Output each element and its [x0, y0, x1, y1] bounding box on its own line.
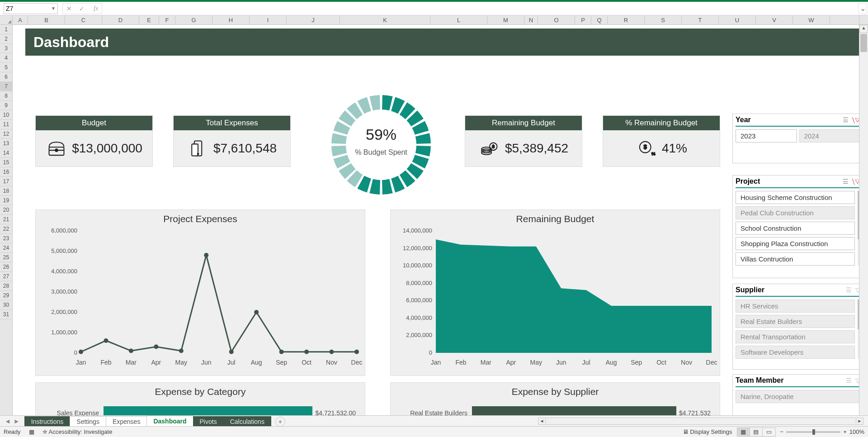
slicer-team-member[interactable]: Team Member ☰▽ Narine, Droopatie	[732, 374, 859, 417]
slicer-scrollbar[interactable]	[858, 299, 859, 359]
col-header-O[interactable]: O	[538, 15, 575, 24]
vertical-scrollbar[interactable]: ▲ ▼	[859, 25, 868, 426]
row-header-19[interactable]: 19	[0, 196, 12, 205]
slicer-supplier-item[interactable]: HR Services	[736, 299, 855, 313]
slicer-project-item[interactable]: Pedal Club Construction	[736, 206, 855, 219]
clear-filter-icon[interactable]: ⧹▽	[852, 116, 859, 124]
row-header-21[interactable]: 21	[0, 215, 12, 224]
chart-project-expenses[interactable]: Project Expenses 01,000,0002,000,0003,00…	[35, 209, 365, 376]
col-header-D[interactable]: D	[102, 15, 139, 24]
row-header-5[interactable]: 5	[0, 63, 12, 72]
clear-filter-icon[interactable]: ⧹▽	[852, 178, 859, 185]
slicer-year[interactable]: Year ☰⧹▽ 2023 2024	[732, 114, 859, 163]
row-header-30[interactable]: 30	[0, 300, 12, 310]
row-header-29[interactable]: 29	[0, 291, 12, 300]
column-header-strip[interactable]: ABCDEFGHIJKLMNOPQRSTUVW	[13, 15, 859, 24]
row-header-7[interactable]: 7	[0, 82, 12, 91]
row-header-9[interactable]: 9	[0, 101, 12, 110]
col-header-K[interactable]: K	[340, 15, 430, 24]
slicer-project-item[interactable]: Villas Contruction	[736, 252, 855, 266]
sheet-nav[interactable]: ◄►	[0, 418, 24, 425]
scroll-up-icon[interactable]: ▲	[859, 25, 868, 33]
horizontal-scrollbar[interactable]: ◄ ►	[538, 418, 863, 425]
col-header-N[interactable]: N	[524, 15, 538, 24]
col-header-F[interactable]: F	[159, 15, 175, 24]
slicer-scrollbar[interactable]	[858, 191, 859, 266]
sheet-tab-settings[interactable]: Settings	[70, 416, 106, 427]
col-header-G[interactable]: G	[175, 15, 212, 24]
sheet-tab-pivots[interactable]: Pivots	[193, 416, 224, 427]
slicer-supplier-item[interactable]: Real Estate Builders	[736, 315, 855, 328]
row-header-18[interactable]: 18	[0, 186, 12, 196]
add-sheet-button[interactable]: +	[275, 417, 285, 427]
row-header-1[interactable]: 1	[0, 25, 12, 34]
slicer-supplier[interactable]: Supplier ☰▽ HR Services Real Estate Buil…	[732, 284, 859, 370]
col-header-T[interactable]: T	[682, 15, 719, 24]
slicer-project[interactable]: Project ☰⧹▽ Housing Scheme Construction …	[732, 175, 859, 278]
zoom-slider[interactable]	[786, 431, 840, 433]
row-header-10[interactable]: 10	[0, 110, 12, 120]
sheet-tab-instructions[interactable]: Instructions	[24, 416, 71, 427]
row-header-22[interactable]: 22	[0, 224, 12, 234]
sheet-tab-expenses[interactable]: Expenses	[106, 416, 147, 427]
col-header-H[interactable]: H	[212, 15, 250, 24]
row-header-4[interactable]: 4	[0, 53, 12, 63]
scroll-track[interactable]	[859, 53, 868, 418]
chart-remaining-budget[interactable]: Remaining Budget 02,000,0004,000,0006,00…	[390, 209, 720, 376]
scroll-left-icon[interactable]: ◄	[538, 418, 546, 423]
row-header-3[interactable]: 3	[0, 44, 12, 53]
accessibility-status[interactable]: ✮ Accessibility: Investigate	[42, 428, 113, 435]
scroll-right-icon[interactable]: ►	[856, 418, 863, 423]
slicer-year-item-2024[interactable]: 2024	[799, 129, 859, 142]
slicer-project-item[interactable]: Housing Scheme Construction	[736, 191, 855, 204]
row-headers[interactable]: 1234567891011121314151617181920212223242…	[0, 25, 13, 426]
formula-bar-expand-icon[interactable]: ⌄	[858, 3, 867, 14]
row-header-25[interactable]: 25	[0, 253, 12, 262]
multiselect-icon[interactable]: ☰	[843, 178, 849, 185]
row-header-24[interactable]: 24	[0, 243, 12, 253]
col-header-J[interactable]: J	[287, 15, 340, 24]
row-header-17[interactable]: 17	[0, 177, 12, 186]
col-header-V[interactable]: V	[756, 15, 793, 24]
cancel-icon[interactable]: ✕	[66, 5, 72, 12]
col-header-M[interactable]: M	[487, 15, 524, 24]
row-header-28[interactable]: 28	[0, 281, 12, 291]
multiselect-icon[interactable]: ☰	[846, 286, 852, 294]
row-header-14[interactable]: 14	[0, 148, 12, 158]
row-header-12[interactable]: 12	[0, 129, 12, 139]
slicer-project-item[interactable]: School Construction	[736, 222, 855, 235]
page-break-view-icon[interactable]: ▭	[763, 428, 775, 436]
row-header-20[interactable]: 20	[0, 205, 12, 215]
clear-filter-icon[interactable]: ▽	[855, 377, 859, 384]
sheet-canvas[interactable]: Dashboard Budget $13,000,000 Total Expen…	[13, 25, 859, 426]
slicer-team-item[interactable]: Narine, Droopatie	[736, 390, 859, 403]
fx-icon[interactable]: fx	[94, 5, 98, 12]
row-header-11[interactable]: 11	[0, 120, 12, 129]
display-settings-button[interactable]: 🖥 Display Settings	[683, 428, 732, 435]
row-header-31[interactable]: 31	[0, 310, 12, 319]
row-header-16[interactable]: 16	[0, 167, 12, 177]
sheet-tab-calculations[interactable]: Calculations	[223, 416, 271, 427]
row-header-2[interactable]: 2	[0, 34, 12, 44]
name-box-dropdown-icon[interactable]: ▼	[51, 6, 56, 11]
row-header-23[interactable]: 23	[0, 234, 12, 243]
multiselect-icon[interactable]: ☰	[846, 377, 852, 384]
row-header-13[interactable]: 13	[0, 139, 12, 148]
row-header-8[interactable]: 8	[0, 91, 12, 101]
col-header-E[interactable]: E	[139, 15, 159, 24]
multiselect-icon[interactable]: ☰	[843, 116, 849, 124]
select-all-cell[interactable]	[0, 15, 13, 24]
row-header-27[interactable]: 27	[0, 272, 12, 281]
sheet-tab-dashboard[interactable]: Dashboard	[146, 416, 193, 427]
scroll-thumb[interactable]	[860, 34, 867, 52]
col-header-W[interactable]: W	[793, 15, 830, 24]
col-header-L[interactable]: L	[430, 15, 487, 24]
page-layout-view-icon[interactable]: ▤	[750, 428, 763, 436]
confirm-icon[interactable]: ✓	[79, 5, 85, 12]
col-header-Q[interactable]: Q	[591, 15, 608, 24]
slicer-year-item-2023[interactable]: 2023	[736, 129, 797, 142]
clear-filter-icon[interactable]: ▽	[855, 286, 859, 294]
col-header-P[interactable]: P	[575, 15, 591, 24]
col-header-B[interactable]: B	[28, 15, 65, 24]
col-header-A[interactable]: A	[13, 15, 28, 24]
